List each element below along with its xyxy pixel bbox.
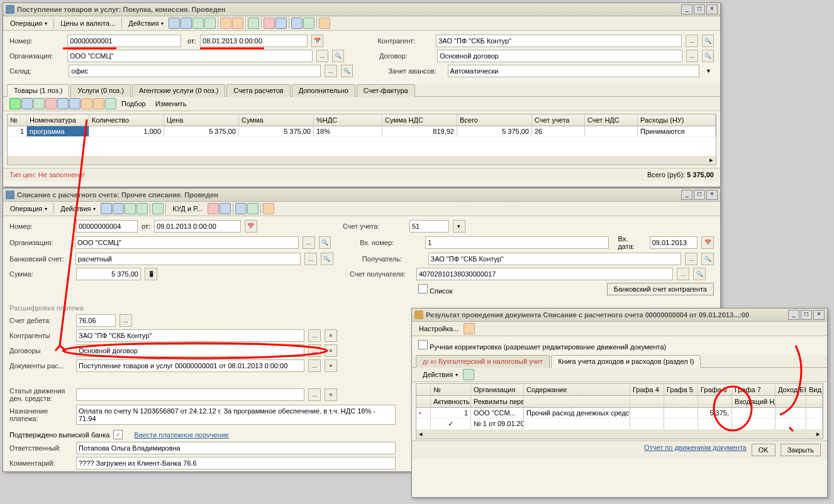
select-btn[interactable]: ...	[325, 65, 337, 77]
col-vat[interactable]: %НДС	[314, 114, 382, 126]
tab-invoice[interactable]: Счет-фактура	[357, 84, 415, 97]
contragents-input[interactable]: ЗАО "ПФ "СКБ Контур"	[76, 329, 304, 342]
bankacc-btn[interactable]: Банковский счет контрагента	[607, 283, 714, 295]
tab-goods[interactable]: Товары (1 поз.)	[7, 84, 69, 97]
icon-2[interactable]	[113, 203, 124, 214]
icon-8[interactable]	[247, 203, 259, 214]
dtkt-icon[interactable]	[264, 18, 275, 29]
icon-3[interactable]	[125, 203, 136, 214]
icon-4[interactable]	[204, 18, 216, 29]
col-acc[interactable]: Счет учета	[532, 114, 585, 126]
icon-2[interactable]	[181, 18, 192, 29]
contract-input[interactable]: Основной договор	[437, 50, 682, 62]
add-icon[interactable]	[9, 98, 21, 109]
manual-checkbox[interactable]	[418, 340, 428, 349]
docs-input[interactable]: Поступление товаров и услуг 00000000001 …	[76, 359, 304, 372]
col-nom[interactable]: Номенклатура	[27, 114, 89, 126]
icon-8[interactable]	[275, 18, 287, 29]
tab-additional[interactable]: Дополнительно	[292, 84, 355, 97]
number-input[interactable]: 00000000004	[76, 220, 138, 233]
grid-icon-1[interactable]	[21, 98, 33, 109]
select-btn[interactable]: ...	[316, 50, 328, 62]
tab-services[interactable]: Услуги (0 поз.)	[70, 84, 130, 97]
icon-4[interactable]	[136, 203, 148, 214]
icon-1[interactable]	[169, 18, 180, 29]
selection-btn[interactable]: Подбор	[117, 98, 150, 109]
grid-icon-6[interactable]	[93, 98, 104, 109]
calendar-btn[interactable]: 📅	[311, 35, 323, 47]
close-btn[interactable]: Закрыть	[781, 444, 821, 456]
grid-icon-2[interactable]	[33, 98, 45, 109]
date-input[interactable]: 08.01.2013 0:00:00	[200, 35, 308, 47]
number-input[interactable]: 00000000001	[67, 35, 181, 47]
tab-accounts[interactable]: Счета расчетов	[226, 84, 290, 97]
calc-btn[interactable]: 📱	[145, 268, 157, 280]
col-envd[interactable]: Доход ЕНВД	[776, 384, 806, 395]
close-btn[interactable]: ×	[706, 4, 718, 14]
sum-input[interactable]: 5 375,00	[76, 268, 141, 280]
maximize-btn[interactable]: □	[694, 4, 705, 14]
list-checkbox[interactable]	[418, 284, 428, 293]
calendar-btn[interactable]: 📅	[245, 220, 257, 233]
comment-input[interactable]: ???? Загружен из Клиент-Банка 76.6	[76, 457, 396, 469]
racc-input[interactable]: 40702810138030000017	[416, 268, 673, 280]
icon-1[interactable]	[101, 203, 112, 214]
vnum-input[interactable]: 1	[425, 236, 609, 249]
resp-input[interactable]: Потапова Ольга Владимировна	[76, 442, 396, 454]
calendar-btn[interactable]: 📅	[701, 236, 714, 249]
col-content[interactable]: Содержание	[524, 384, 630, 395]
date-input[interactable]: 09.01.2013 0:00:00	[154, 220, 241, 233]
minimize-btn[interactable]: _	[681, 4, 692, 14]
grid-icon-3[interactable]	[57, 98, 69, 109]
icon-6[interactable]	[232, 18, 243, 29]
col-g7[interactable]: Графа 7	[732, 384, 776, 395]
debit-input[interactable]: 76.06	[76, 314, 116, 327]
grid-icon-7[interactable]	[105, 98, 116, 109]
col-g6[interactable]: Графа 6	[698, 384, 732, 395]
report-link[interactable]: Отчет по движениям документа	[644, 444, 747, 456]
kud-btn[interactable]: КУД и Р...	[168, 203, 206, 214]
select-btn[interactable]: ...	[686, 35, 698, 47]
operation-menu[interactable]: Операция	[6, 203, 52, 214]
grid-row[interactable]: 1 программа 1,000 5 375,00 5 375,00 18% …	[8, 126, 716, 137]
icon-5[interactable]	[152, 203, 164, 214]
purpose-input[interactable]: Оплата по счету N 1203656807 от 24.12.12…	[76, 405, 396, 425]
org-input[interactable]: ООО "ССМЦ"	[67, 50, 313, 62]
article-input[interactable]	[76, 388, 304, 401]
col-vatsum[interactable]: Сумма НДС	[382, 114, 457, 126]
change-btn[interactable]: Изменить	[151, 98, 191, 109]
search-btn[interactable]: 🔍	[702, 50, 714, 62]
icon-5[interactable]	[220, 18, 231, 29]
grid-icon-4[interactable]	[69, 98, 81, 109]
prices-btn[interactable]: Цены и валюта...	[56, 18, 120, 29]
dropdown-btn[interactable]: ▾	[453, 220, 465, 233]
col-g5[interactable]: Графа 5	[664, 384, 698, 395]
confirmed-checkbox[interactable]: ✓	[113, 430, 123, 439]
advance-input[interactable]: Автоматически	[448, 65, 700, 77]
col-num[interactable]: №	[431, 384, 471, 395]
operation-menu[interactable]: Операция	[6, 18, 52, 29]
warehouse-input[interactable]: офис	[69, 65, 321, 77]
contracts-input[interactable]: Основной договор	[76, 344, 304, 357]
minimize-btn[interactable]: _	[681, 190, 692, 200]
icon-10[interactable]	[303, 18, 314, 29]
select-btn[interactable]: ...	[686, 50, 698, 62]
col-total[interactable]: Всего	[457, 114, 532, 126]
recipient-input[interactable]: ЗАО "ПФ "СКБ Контур"	[428, 253, 682, 265]
col-num[interactable]: №	[8, 114, 27, 126]
help-icon[interactable]	[263, 203, 274, 214]
col-exptype[interactable]: Вид расхо	[806, 384, 823, 395]
search-btn[interactable]: 🔍	[702, 35, 714, 47]
actions-menu[interactable]: Действия	[418, 369, 462, 380]
icon-7[interactable]	[248, 18, 259, 29]
actions-menu[interactable]: Действия	[56, 203, 100, 214]
refresh-icon[interactable]	[463, 369, 474, 380]
dtkt-icon[interactable]	[208, 203, 219, 214]
contragent-input[interactable]: ЗАО "ПФ "СКБ Контур"	[436, 35, 682, 47]
org-input[interactable]: ООО "ССМЦ"	[75, 236, 299, 249]
icon-7[interactable]	[235, 203, 247, 214]
vdate-input[interactable]: 09.01.2013	[650, 236, 698, 249]
close-btn[interactable]: ×	[706, 190, 718, 200]
actions-menu[interactable]: Действия	[124, 18, 168, 29]
col-price[interactable]: Цена	[164, 114, 239, 126]
